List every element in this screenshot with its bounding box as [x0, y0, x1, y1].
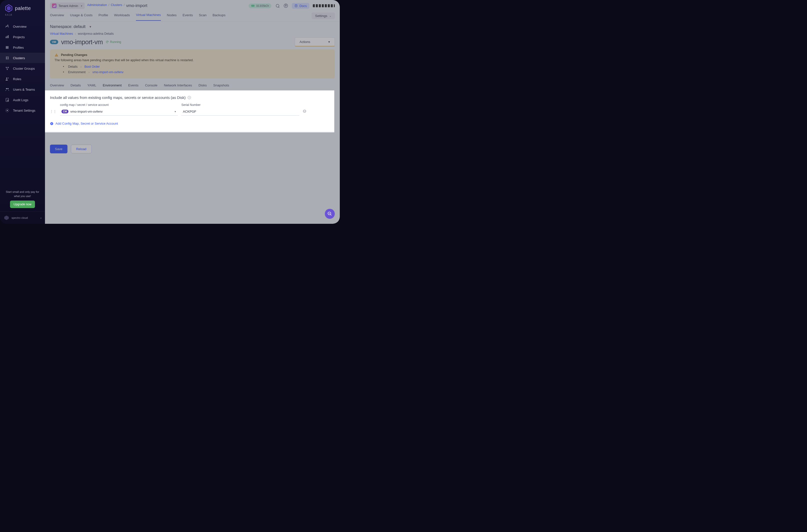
sidebar-item-profiles[interactable]: Profiles: [0, 42, 45, 53]
chevron-right-icon: ›: [81, 65, 81, 68]
section-title-text: Include all values from existing config …: [50, 95, 186, 100]
chevron-right-icon: ›: [75, 33, 76, 35]
sidebar-item-roles[interactable]: Roles: [0, 74, 45, 84]
svg-point-14: [6, 88, 7, 90]
sidebar-item-label: Audit Logs: [13, 98, 28, 102]
plus-circle-icon: [50, 122, 54, 126]
vm-tab-console[interactable]: Console: [145, 81, 157, 90]
vm-tab-environment[interactable]: Environment: [103, 81, 122, 90]
cluster-groups-icon: [5, 66, 10, 71]
tab-scan[interactable]: Scan: [199, 13, 207, 20]
namespace-selector[interactable]: Namespace: default ▼: [45, 21, 340, 32]
pending-item: •Details›Boot Order: [63, 64, 330, 70]
remove-row-icon[interactable]: [303, 109, 306, 116]
sidebar-item-audit-logs[interactable]: Audit Logs: [0, 95, 45, 105]
svg-line-33: [331, 214, 332, 215]
collapse-sidebar-icon[interactable]: ‹: [40, 216, 41, 220]
vm-tab-network-interfaces[interactable]: Network Interfaces: [164, 81, 192, 90]
pending-list: •Details›Boot Order•Environment›vmo-impo…: [63, 64, 330, 75]
add-config-label: Add Config Map, Secret or Service Accoun…: [55, 122, 118, 126]
help-icon[interactable]: ?: [188, 96, 191, 99]
vm-tab-events[interactable]: Events: [128, 81, 138, 90]
sidebar-item-label: Tenant Settings: [13, 109, 36, 112]
docs-button[interactable]: Docs: [292, 3, 309, 9]
tab-usage-costs[interactable]: Usage & Costs: [70, 13, 92, 20]
sidebar-item-projects[interactable]: Projects: [0, 32, 45, 42]
audit-logs-icon: [5, 98, 10, 102]
sidebar-item-label: Clusters: [13, 56, 25, 60]
tab-profile[interactable]: Profile: [98, 13, 108, 20]
sidebar-item-label: Projects: [13, 35, 25, 39]
serial-label: Serial Number: [181, 103, 299, 107]
pending-item-link[interactable]: vmo-import-vm-ovfenv: [92, 71, 124, 74]
sidebar-item-tenant-settings[interactable]: Tenant Settings: [0, 105, 45, 116]
drag-handle-icon[interactable]: ⋮⋮: [50, 109, 56, 116]
spectro-logo-icon: [3, 215, 10, 221]
sidebar-item-label: Users & Teams: [13, 88, 35, 91]
help-fab[interactable]: [325, 209, 335, 219]
logo: palette: [0, 0, 45, 14]
tab-virtual-machines[interactable]: Virtual Machines: [136, 13, 161, 21]
svg-point-12: [6, 78, 7, 79]
chevron-right-icon: ›: [89, 71, 90, 74]
serial-input[interactable]: [181, 108, 299, 116]
actions-label: Actions: [300, 40, 310, 44]
svg-rect-21: [54, 5, 54, 7]
tab-overview[interactable]: Overview: [50, 13, 64, 20]
vm-status: Running: [106, 40, 121, 44]
sidebar-item-users-teams[interactable]: Users & Teams: [0, 84, 45, 95]
config-select[interactable]: CM vmo-import-vm-ovfenv: [60, 108, 178, 116]
usage-pill: 10.3/25kCh: [249, 3, 271, 8]
vm-tab-overview[interactable]: Overview: [50, 81, 64, 90]
sidebar-item-overview[interactable]: Overview: [0, 21, 45, 32]
caret-down-icon: ▾: [328, 40, 330, 44]
profiles-icon: [5, 45, 10, 50]
sidebar-footer: spectro cloud ‹: [0, 212, 45, 224]
settings-dropdown[interactable]: Settings⌄: [312, 13, 335, 19]
pending-item-link[interactable]: Boot Order: [85, 65, 100, 69]
svg-marker-19: [4, 215, 9, 220]
vm-tab-snapshots[interactable]: Snapshots: [213, 81, 229, 90]
tenant-selector[interactable]: Tenant Admin: [50, 2, 85, 9]
clusters-icon: [5, 56, 10, 60]
svg-point-15: [7, 88, 9, 90]
config-select-label: config map / secret / service account: [60, 103, 178, 107]
tab-workloads[interactable]: Workloads: [114, 13, 130, 20]
chat-icon[interactable]: [275, 3, 280, 8]
svg-rect-2: [6, 37, 6, 38]
brand-name: palette: [15, 5, 31, 11]
tab-backups[interactable]: Backups: [213, 13, 226, 20]
add-config-link[interactable]: Add Config Map, Secret or Service Accoun…: [50, 122, 329, 126]
reload-button[interactable]: Reload: [71, 145, 92, 153]
save-button[interactable]: Save: [50, 145, 68, 153]
sidebar-item-cluster-groups[interactable]: Cluster Groups: [0, 63, 45, 74]
vm-badge: VM: [50, 40, 58, 44]
main: Tenant Admin Administration / Clusters /…: [45, 0, 340, 224]
vm-tab-details[interactable]: Details: [71, 81, 81, 90]
projects-icon: [5, 35, 10, 39]
svg-point-13: [8, 78, 8, 78]
actions-dropdown[interactable]: Actions ▾: [295, 37, 335, 46]
namespace-label: Namespace: default: [50, 24, 86, 29]
crumb-administration[interactable]: Administration: [87, 3, 107, 8]
env-disk-section: Include all values from existing config …: [45, 90, 334, 131]
pending-item-label: Environment: [68, 71, 86, 74]
tab-events[interactable]: Events: [183, 13, 193, 20]
vm-breadcrumb-link[interactable]: Virtual Machines: [50, 32, 73, 36]
svg-rect-22: [55, 5, 55, 7]
crumb-clusters[interactable]: Clusters: [111, 3, 122, 8]
pending-description: The following areas have pending changes…: [54, 58, 330, 62]
users-teams-icon: [5, 87, 10, 92]
vm-tab-disks[interactable]: Disks: [199, 81, 207, 90]
topbar: Tenant Admin Administration / Clusters /…: [45, 0, 340, 9]
tab-nodes[interactable]: Nodes: [167, 13, 177, 20]
redacted-user-info: [313, 4, 335, 7]
upgrade-button[interactable]: Upgrade now: [10, 201, 35, 208]
compass-icon[interactable]: [283, 3, 288, 8]
overview-icon: [5, 24, 10, 29]
cluster-tabs: OverviewUsage & CostsProfileWorkloadsVir…: [45, 9, 340, 21]
sidebar-item-clusters[interactable]: Clusters: [0, 53, 45, 63]
upgrade-text: Start small and only pay for what you us…: [3, 190, 41, 198]
vm-tab-yaml[interactable]: YAML: [88, 81, 96, 90]
footer-brand-text: spectro cloud: [12, 216, 28, 219]
